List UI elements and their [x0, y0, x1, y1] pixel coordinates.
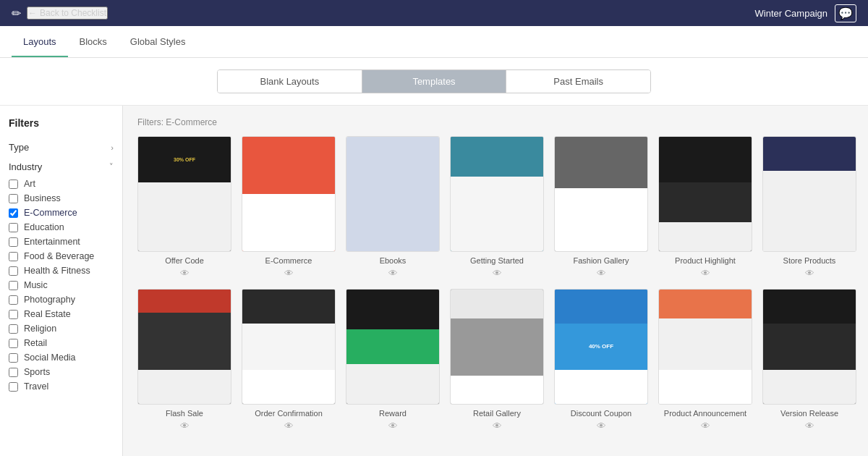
- label-order-confirmation: Order Confirmation: [255, 409, 323, 418]
- thumb-retail-gallery: [450, 289, 544, 405]
- filter-checkbox-9[interactable]: [9, 310, 18, 319]
- filter-label-3: Education: [24, 222, 64, 232]
- gallery-filter-label: Filters: E-Commerce: [137, 117, 854, 127]
- header-left: ✏ ← Back to Checklist: [12, 7, 108, 20]
- template-order-confirmation[interactable]: Order Confirmation 👁: [242, 289, 336, 431]
- eye-icon-discount-coupon[interactable]: 👁: [597, 421, 606, 431]
- filter-item-real-estate[interactable]: Real Estate: [9, 307, 114, 321]
- main-content: Filters Type › Industry ˅ ArtBusinessE-C…: [0, 106, 868, 456]
- filter-item-retail[interactable]: Retail: [9, 336, 114, 350]
- layout-toggle: Blank Layouts Templates Past Emails: [217, 69, 651, 93]
- template-product-announcement[interactable]: Product Announcement 👁: [658, 289, 752, 431]
- thumb-ebooks: [346, 136, 440, 252]
- eye-icon-ecommerce[interactable]: 👁: [284, 268, 294, 279]
- filter-checkbox-7[interactable]: [9, 281, 18, 290]
- filter-item-art[interactable]: Art: [9, 177, 114, 191]
- filter-item-food---beverage[interactable]: Food & Beverage: [9, 249, 114, 263]
- eye-icon-store-products[interactable]: 👁: [805, 268, 814, 279]
- thumb-flash-sale: [137, 289, 231, 405]
- template-offer-code[interactable]: 30% OFF Offer Code 👁: [137, 136, 231, 279]
- filter-checkbox-8[interactable]: [9, 295, 18, 305]
- label-fashion-gallery: Fashion Gallery: [573, 256, 629, 265]
- filter-checkbox-0[interactable]: [9, 180, 18, 189]
- filter-item-music[interactable]: Music: [9, 278, 114, 292]
- chevron-down-icon: ˅: [109, 162, 114, 172]
- filter-label-10: Religion: [24, 324, 56, 334]
- filter-item-education[interactable]: Education: [9, 220, 114, 235]
- template-version-release[interactable]: Version Release 👁: [762, 289, 856, 431]
- filter-checkbox-14[interactable]: [9, 382, 18, 392]
- filter-item-sports[interactable]: Sports: [9, 365, 114, 379]
- thumb-order-confirmation: [242, 289, 336, 405]
- template-ebooks[interactable]: Ebooks 👁: [346, 136, 440, 279]
- sidebar: Filters Type › Industry ˅ ArtBusinessE-C…: [0, 106, 123, 456]
- filter-checkbox-4[interactable]: [9, 237, 18, 247]
- template-ecommerce[interactable]: E-Commerce 👁: [242, 136, 336, 279]
- filter-checkbox-5[interactable]: [9, 252, 18, 261]
- template-store-products[interactable]: Store Products 👁: [762, 136, 856, 279]
- industry-filter-header[interactable]: Industry ˅: [9, 157, 114, 177]
- filter-checkbox-2[interactable]: [9, 208, 18, 218]
- filter-checkbox-6[interactable]: [9, 266, 18, 276]
- chat-icon[interactable]: 💬: [835, 4, 856, 22]
- toggle-templates[interactable]: Templates: [362, 70, 507, 93]
- template-product-highlight[interactable]: Product Highlight 👁: [658, 136, 752, 279]
- filter-label-0: Art: [24, 179, 35, 189]
- nav-tabs: Layouts Blocks Global Styles: [0, 26, 868, 58]
- toggle-blank-layouts[interactable]: Blank Layouts: [218, 70, 362, 93]
- template-fashion-gallery[interactable]: Fashion Gallery 👁: [554, 136, 648, 279]
- filter-checkbox-12[interactable]: [9, 353, 18, 363]
- filter-label-5: Food & Beverage: [24, 251, 94, 261]
- eye-icon-product-announcement[interactable]: 👁: [701, 421, 710, 431]
- label-ebooks: Ebooks: [380, 256, 407, 265]
- filter-item-e-commerce[interactable]: E-Commerce: [9, 206, 114, 220]
- thumb-getting-started: [450, 136, 544, 252]
- eye-icon-retail-gallery[interactable]: 👁: [493, 421, 502, 431]
- filter-item-business[interactable]: Business: [9, 191, 114, 206]
- filter-item-social-media[interactable]: Social Media: [9, 350, 114, 365]
- filter-checkbox-3[interactable]: [9, 223, 18, 232]
- campaign-name: Winter Campaign: [755, 8, 827, 19]
- filter-item-photography[interactable]: Photography: [9, 292, 114, 307]
- label-store-products: Store Products: [783, 256, 836, 265]
- template-getting-started[interactable]: Getting Started 👁: [450, 136, 544, 279]
- label-product-announcement: Product Announcement: [664, 409, 746, 418]
- filter-item-religion[interactable]: Religion: [9, 321, 114, 336]
- tab-blocks[interactable]: Blocks: [68, 28, 119, 57]
- eye-icon-product-highlight[interactable]: 👁: [701, 268, 710, 279]
- back-to-checklist-button[interactable]: ← Back to Checklist: [27, 7, 108, 20]
- industry-label: Industry: [9, 161, 42, 172]
- gallery-area: Filters: E-Commerce 30% OFF Offer Code 👁…: [123, 106, 868, 456]
- eye-icon-ebooks[interactable]: 👁: [388, 268, 398, 279]
- template-reward[interactable]: Reward 👁: [346, 289, 440, 431]
- filter-checkbox-11[interactable]: [9, 339, 18, 348]
- thumb-store-products: [762, 136, 856, 252]
- filter-item-travel[interactable]: Travel: [9, 379, 114, 394]
- eye-icon-offer-code[interactable]: 👁: [180, 268, 190, 279]
- filter-checkbox-1[interactable]: [9, 194, 18, 203]
- template-flash-sale[interactable]: Flash Sale 👁: [137, 289, 231, 431]
- label-retail-gallery: Retail Gallery: [473, 409, 521, 418]
- template-retail-gallery[interactable]: Retail Gallery 👁: [450, 289, 544, 431]
- eye-icon-order-confirmation[interactable]: 👁: [284, 421, 294, 431]
- eye-icon-flash-sale[interactable]: 👁: [180, 421, 190, 431]
- toggle-past-emails[interactable]: Past Emails: [506, 70, 650, 93]
- tab-global-styles[interactable]: Global Styles: [119, 28, 197, 57]
- eye-icon-version-release[interactable]: 👁: [805, 421, 814, 431]
- eye-icon-getting-started[interactable]: 👁: [493, 268, 502, 279]
- filter-item-entertainment[interactable]: Entertainment: [9, 235, 114, 249]
- back-arrow-icon: ←: [28, 8, 37, 18]
- gallery-row-2: Flash Sale 👁 Order Confirmation 👁 Reward…: [137, 289, 854, 431]
- type-filter-header[interactable]: Type ›: [9, 138, 114, 157]
- eye-icon-fashion-gallery[interactable]: 👁: [597, 268, 606, 279]
- eye-icon-reward[interactable]: 👁: [388, 421, 398, 431]
- label-getting-started: Getting Started: [470, 256, 524, 265]
- layout-toggle-wrap: Blank Layouts Templates Past Emails: [0, 58, 868, 106]
- filter-item-health---fitness[interactable]: Health & Fitness: [9, 263, 114, 278]
- filter-label-11: Retail: [24, 338, 47, 348]
- tab-layouts[interactable]: Layouts: [12, 28, 68, 57]
- filter-checkbox-13[interactable]: [9, 368, 18, 377]
- template-discount-coupon[interactable]: 40% OFF Discount Coupon 👁: [554, 289, 648, 431]
- filter-checkbox-10[interactable]: [9, 324, 18, 334]
- filter-label-4: Entertainment: [24, 237, 80, 247]
